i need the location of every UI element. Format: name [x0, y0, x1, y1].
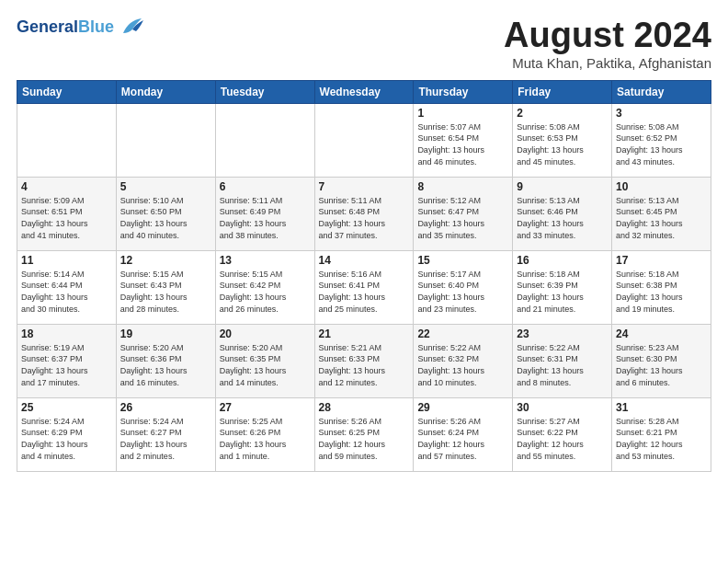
calendar-week-row: 18Sunrise: 5:19 AM Sunset: 6:37 PM Dayli… [17, 324, 711, 397]
day-info: Sunrise: 5:26 AM Sunset: 6:24 PM Dayligh… [417, 416, 508, 462]
table-row: 17Sunrise: 5:18 AM Sunset: 6:38 PM Dayli… [612, 250, 711, 324]
day-number: 30 [517, 401, 608, 414]
table-row: 14Sunrise: 5:16 AM Sunset: 6:41 PM Dayli… [314, 250, 414, 324]
calendar-header-row: Sunday Monday Tuesday Wednesday Thursday… [17, 80, 711, 103]
page-header: GeneralBlue August 2024 Muta Khan, Pakti… [17, 17, 711, 71]
day-info: Sunrise: 5:11 AM Sunset: 6:48 PM Dayligh… [319, 195, 410, 241]
table-row: 20Sunrise: 5:20 AM Sunset: 6:35 PM Dayli… [215, 324, 314, 397]
day-info: Sunrise: 5:09 AM Sunset: 6:51 PM Dayligh… [21, 195, 112, 241]
col-wednesday: Wednesday [314, 80, 414, 103]
day-info: Sunrise: 5:20 AM Sunset: 6:36 PM Dayligh… [120, 342, 211, 388]
day-number: 21 [319, 327, 410, 340]
table-row: 12Sunrise: 5:15 AM Sunset: 6:43 PM Dayli… [116, 250, 215, 324]
calendar-week-row: 11Sunrise: 5:14 AM Sunset: 6:44 PM Dayli… [17, 250, 711, 324]
day-number: 23 [517, 327, 608, 340]
table-row: 26Sunrise: 5:24 AM Sunset: 6:27 PM Dayli… [116, 397, 215, 471]
table-row: 28Sunrise: 5:26 AM Sunset: 6:25 PM Dayli… [314, 397, 414, 471]
day-info: Sunrise: 5:08 AM Sunset: 6:52 PM Dayligh… [616, 121, 707, 167]
logo-general: General [17, 17, 78, 36]
table-row: 30Sunrise: 5:27 AM Sunset: 6:22 PM Dayli… [513, 397, 612, 471]
table-row: 23Sunrise: 5:22 AM Sunset: 6:31 PM Dayli… [513, 324, 612, 397]
day-number: 14 [319, 254, 410, 267]
day-number: 26 [120, 401, 211, 414]
day-number: 5 [120, 180, 211, 193]
day-number: 6 [220, 180, 311, 193]
location: Muta Khan, Paktika, Afghanistan [504, 55, 711, 71]
table-row: 8Sunrise: 5:12 AM Sunset: 6:47 PM Daylig… [414, 177, 513, 250]
day-info: Sunrise: 5:13 AM Sunset: 6:45 PM Dayligh… [616, 195, 707, 241]
day-info: Sunrise: 5:12 AM Sunset: 6:47 PM Dayligh… [417, 195, 508, 241]
day-number: 25 [21, 401, 112, 414]
table-row: 6Sunrise: 5:11 AM Sunset: 6:49 PM Daylig… [215, 177, 314, 250]
col-saturday: Saturday [612, 80, 711, 103]
table-row: 22Sunrise: 5:22 AM Sunset: 6:32 PM Dayli… [414, 324, 513, 397]
day-info: Sunrise: 5:18 AM Sunset: 6:38 PM Dayligh… [616, 269, 707, 315]
day-info: Sunrise: 5:21 AM Sunset: 6:33 PM Dayligh… [319, 342, 410, 388]
day-number: 3 [616, 107, 707, 120]
day-info: Sunrise: 5:15 AM Sunset: 6:42 PM Dayligh… [220, 269, 311, 315]
day-number: 7 [319, 180, 410, 193]
day-number: 13 [220, 254, 311, 267]
day-number: 24 [616, 327, 707, 340]
day-info: Sunrise: 5:16 AM Sunset: 6:41 PM Dayligh… [319, 269, 410, 315]
day-number: 22 [417, 327, 508, 340]
day-number: 10 [616, 180, 707, 193]
table-row: 3Sunrise: 5:08 AM Sunset: 6:52 PM Daylig… [612, 103, 711, 177]
calendar-table: Sunday Monday Tuesday Wednesday Thursday… [17, 80, 711, 472]
table-row [116, 103, 215, 177]
day-info: Sunrise: 5:17 AM Sunset: 6:40 PM Dayligh… [417, 269, 508, 315]
table-row: 31Sunrise: 5:28 AM Sunset: 6:21 PM Dayli… [612, 397, 711, 471]
logo: GeneralBlue [17, 17, 145, 37]
day-number: 12 [120, 254, 211, 267]
day-number: 19 [120, 327, 211, 340]
col-friday: Friday [513, 80, 612, 103]
table-row [314, 103, 414, 177]
table-row: 18Sunrise: 5:19 AM Sunset: 6:37 PM Dayli… [17, 324, 117, 397]
day-number: 18 [21, 327, 112, 340]
calendar-week-row: 4Sunrise: 5:09 AM Sunset: 6:51 PM Daylig… [17, 177, 711, 250]
table-row: 7Sunrise: 5:11 AM Sunset: 6:48 PM Daylig… [314, 177, 414, 250]
table-row: 1Sunrise: 5:07 AM Sunset: 6:54 PM Daylig… [414, 103, 513, 177]
day-number: 1 [417, 107, 508, 120]
calendar-week-row: 1Sunrise: 5:07 AM Sunset: 6:54 PM Daylig… [17, 103, 711, 177]
table-row: 2Sunrise: 5:08 AM Sunset: 6:53 PM Daylig… [513, 103, 612, 177]
day-number: 28 [319, 401, 410, 414]
day-number: 4 [21, 180, 112, 193]
day-info: Sunrise: 5:07 AM Sunset: 6:54 PM Dayligh… [417, 121, 508, 167]
day-info: Sunrise: 5:23 AM Sunset: 6:30 PM Dayligh… [616, 342, 707, 388]
logo-bird-icon [116, 17, 145, 37]
day-info: Sunrise: 5:28 AM Sunset: 6:21 PM Dayligh… [616, 416, 707, 462]
day-number: 17 [616, 254, 707, 267]
col-thursday: Thursday [414, 80, 513, 103]
day-info: Sunrise: 5:13 AM Sunset: 6:46 PM Dayligh… [517, 195, 608, 241]
day-info: Sunrise: 5:20 AM Sunset: 6:35 PM Dayligh… [220, 342, 311, 388]
day-number: 29 [417, 401, 508, 414]
table-row: 13Sunrise: 5:15 AM Sunset: 6:42 PM Dayli… [215, 250, 314, 324]
day-info: Sunrise: 5:24 AM Sunset: 6:29 PM Dayligh… [21, 416, 112, 462]
day-info: Sunrise: 5:10 AM Sunset: 6:50 PM Dayligh… [120, 195, 211, 241]
col-sunday: Sunday [17, 80, 117, 103]
day-info: Sunrise: 5:19 AM Sunset: 6:37 PM Dayligh… [21, 342, 112, 388]
day-number: 11 [21, 254, 112, 267]
day-number: 15 [417, 254, 508, 267]
table-row: 21Sunrise: 5:21 AM Sunset: 6:33 PM Dayli… [314, 324, 414, 397]
table-row [17, 103, 117, 177]
day-number: 31 [616, 401, 707, 414]
table-row: 10Sunrise: 5:13 AM Sunset: 6:45 PM Dayli… [612, 177, 711, 250]
table-row [215, 103, 314, 177]
table-row: 16Sunrise: 5:18 AM Sunset: 6:39 PM Dayli… [513, 250, 612, 324]
day-info: Sunrise: 5:26 AM Sunset: 6:25 PM Dayligh… [319, 416, 410, 462]
day-number: 27 [220, 401, 311, 414]
day-info: Sunrise: 5:18 AM Sunset: 6:39 PM Dayligh… [517, 269, 608, 315]
month-title: August 2024 [504, 17, 711, 55]
day-number: 2 [517, 107, 608, 120]
day-info: Sunrise: 5:24 AM Sunset: 6:27 PM Dayligh… [120, 416, 211, 462]
day-info: Sunrise: 5:14 AM Sunset: 6:44 PM Dayligh… [21, 269, 112, 315]
calendar-week-row: 25Sunrise: 5:24 AM Sunset: 6:29 PM Dayli… [17, 397, 711, 471]
day-info: Sunrise: 5:08 AM Sunset: 6:53 PM Dayligh… [517, 121, 608, 167]
table-row: 27Sunrise: 5:25 AM Sunset: 6:26 PM Dayli… [215, 397, 314, 471]
col-monday: Monday [116, 80, 215, 103]
logo-blue: Blue [78, 17, 114, 36]
day-info: Sunrise: 5:15 AM Sunset: 6:43 PM Dayligh… [120, 269, 211, 315]
day-info: Sunrise: 5:27 AM Sunset: 6:22 PM Dayligh… [517, 416, 608, 462]
